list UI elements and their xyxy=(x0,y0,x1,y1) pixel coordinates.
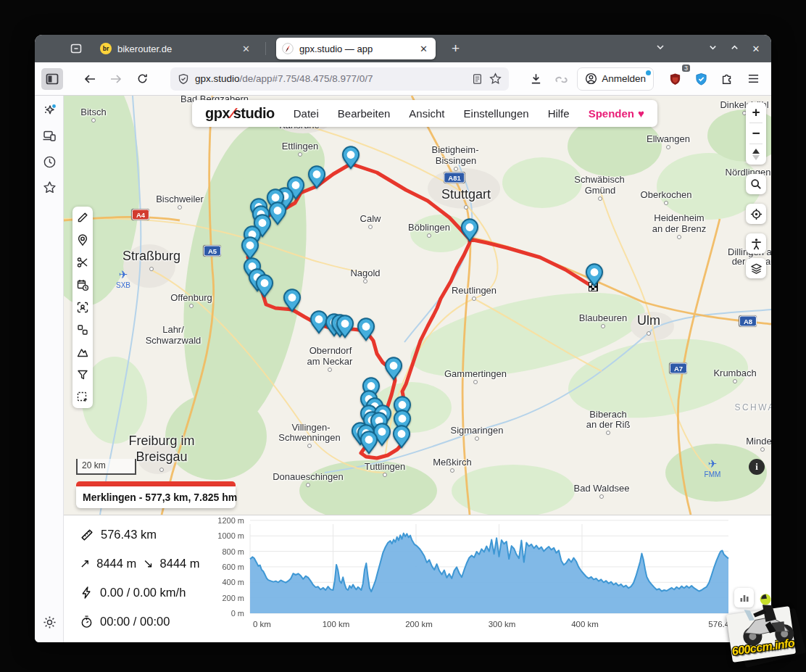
tab-separator xyxy=(265,42,266,55)
file-tab-label: Merklingen - 577,3 km, 7.825 hm xyxy=(76,486,236,508)
navigation-toolbar: gpx.studio/de/app#7.75/48.475/8.977/0/7 … xyxy=(35,62,771,96)
sidebar-toggle-button[interactable] xyxy=(41,68,63,90)
privacy-shield-extension-icon[interactable] xyxy=(690,68,712,90)
map-controls: + − xyxy=(746,102,766,278)
sidebar-toggle-icon xyxy=(46,73,59,85)
menu-item-ansicht[interactable]: Ansicht xyxy=(409,107,444,120)
tab-gpx-studio[interactable]: gpx.studio — app ✕ xyxy=(276,38,436,59)
file-tab-color-bar xyxy=(76,481,236,486)
elevation-mountain-tool[interactable] xyxy=(75,345,90,360)
gpx-studio-favicon xyxy=(282,43,294,54)
firefox-view-button[interactable] xyxy=(65,39,87,58)
url-bar[interactable]: gpx.studio/de/app#7.75/48.475/8.977/0/7 xyxy=(170,67,509,91)
sidebar-settings-gear-button[interactable] xyxy=(41,614,57,630)
waypoint-marker[interactable] xyxy=(341,146,360,170)
menu-item-datei[interactable]: Datei xyxy=(294,107,319,120)
tab-bikerouter[interactable]: br bikerouter.de ✕ xyxy=(94,38,258,59)
menu-item-hilfe[interactable]: Hilfe xyxy=(548,107,570,120)
bikerouter-favicon: br xyxy=(100,43,112,54)
speed-stat: 0.00 / 0.00 km/h xyxy=(80,583,200,602)
distance-stat: 576.43 km xyxy=(80,525,200,544)
reader-view-icon[interactable] xyxy=(472,73,483,85)
close-tab-icon[interactable]: ✕ xyxy=(417,43,430,54)
elevation-panel: 576.43 km ↗ 8444 m ↘ 8444 m 0.00 / 0.00 … xyxy=(64,515,771,642)
svg-text:100 km: 100 km xyxy=(323,620,350,629)
routing-pencil-tool[interactable] xyxy=(75,210,90,225)
downloads-button[interactable] xyxy=(525,68,547,90)
extensions-puzzle-icon[interactable] xyxy=(716,68,738,90)
menu-item-einstellungen[interactable]: Einstellungen xyxy=(464,107,529,120)
waypoint-marker[interactable] xyxy=(307,165,326,189)
crop-scan-tool[interactable] xyxy=(75,300,90,315)
merge-tracks-tool[interactable] xyxy=(75,323,90,337)
window-maximize-button[interactable] xyxy=(729,43,739,54)
gpx-studio-logo[interactable]: gpx∕∕studio xyxy=(205,105,275,122)
compass-pitch-button[interactable] xyxy=(746,144,766,165)
waypoint-marker[interactable] xyxy=(255,274,274,298)
zoom-in-button[interactable]: + xyxy=(746,102,766,123)
close-tab-icon[interactable]: ✕ xyxy=(240,43,252,54)
time-calendar-tool[interactable] xyxy=(75,278,90,292)
reload-button[interactable] xyxy=(131,68,153,90)
scissors-tool[interactable] xyxy=(75,255,90,270)
waypoint-marker[interactable] xyxy=(384,357,403,381)
svg-text:400 m: 400 m xyxy=(222,578,244,586)
svg-text:200 m: 200 m xyxy=(222,594,244,602)
file-tab[interactable]: Merklingen - 577,3 km, 7.825 hm xyxy=(76,481,236,508)
ublock-badge: 3 xyxy=(682,65,690,72)
time-stat: 00:00 / 00:00 xyxy=(80,612,200,631)
svg-text:600 m: 600 m xyxy=(222,563,244,571)
firefox-sidebar xyxy=(35,96,64,642)
lasso-select-tool[interactable] xyxy=(75,390,90,405)
map-scale: 20 km xyxy=(76,459,136,475)
back-button[interactable] xyxy=(79,68,101,90)
filter-funnel-tool[interactable] xyxy=(75,368,90,382)
notification-dot xyxy=(646,70,651,75)
svg-text:1200 m: 1200 m xyxy=(217,516,244,525)
signin-label: Anmelden xyxy=(602,73,646,84)
history-clock-button[interactable] xyxy=(41,154,57,170)
bookmarks-star-button[interactable] xyxy=(41,179,57,195)
waypoint-marker[interactable] xyxy=(357,318,375,341)
forward-button[interactable] xyxy=(105,68,127,90)
window-minimize-button[interactable] xyxy=(707,43,718,54)
elevation-chart[interactable]: 0 m200 m400 m600 m800 m1000 m1200 m0 km1… xyxy=(216,515,757,642)
accessibility-button[interactable] xyxy=(746,233,766,254)
editing-toolbar xyxy=(72,207,93,408)
desktop-background: br bikerouter.de ✕ gpx.studio — app ✕ + … xyxy=(0,0,806,672)
menu-item-bearbeiten[interactable]: Bearbeiten xyxy=(338,107,391,120)
waypoint-marker[interactable] xyxy=(585,263,604,287)
tab-title: bikerouter.de xyxy=(117,43,240,54)
poi-pin-tool[interactable] xyxy=(75,233,90,247)
svg-text:1000 m: 1000 m xyxy=(217,531,244,540)
disabled-extension-icon[interactable] xyxy=(551,68,573,90)
attribution-info-button[interactable]: i xyxy=(749,459,765,475)
ascent-arrow-icon: ↗ xyxy=(80,556,90,571)
waypoint-marker[interactable] xyxy=(283,289,302,312)
ai-chatbot-button[interactable] xyxy=(41,103,57,119)
tracking-shield-icon xyxy=(178,73,189,85)
waypoint-marker[interactable] xyxy=(460,218,479,242)
menu-hamburger-icon[interactable] xyxy=(742,68,764,90)
geolocate-button[interactable] xyxy=(746,204,766,224)
list-all-tabs-icon[interactable] xyxy=(655,42,665,55)
waypoint-marker[interactable] xyxy=(336,315,354,339)
signin-button[interactable]: Anmelden xyxy=(577,67,654,91)
svg-text:800 m: 800 m xyxy=(222,547,244,556)
synced-tabs-button[interactable] xyxy=(41,128,57,144)
donate-button[interactable]: Spenden♥ xyxy=(589,107,644,120)
gpx-studio-menubar: gpx∕∕studio DateiBearbeitenAnsichtEinste… xyxy=(192,100,657,127)
layers-button[interactable] xyxy=(746,258,766,278)
zoom-out-button[interactable]: − xyxy=(746,123,766,144)
waypoint-marker[interactable] xyxy=(360,431,378,455)
account-icon xyxy=(585,72,597,85)
search-button[interactable] xyxy=(746,174,766,194)
bookmark-star-icon[interactable] xyxy=(489,72,502,85)
ublock-extension-icon[interactable]: 3 xyxy=(664,68,686,90)
waypoint-marker[interactable] xyxy=(392,425,411,449)
new-tab-button[interactable]: + xyxy=(447,41,464,57)
map-canvas[interactable]: BitschBad BergzabernBischweilerStraßburg… xyxy=(64,96,771,515)
map-markers-layer xyxy=(64,96,771,515)
descent-arrow-icon: ↘ xyxy=(143,556,153,571)
window-close-button[interactable]: ✕ xyxy=(751,43,761,54)
